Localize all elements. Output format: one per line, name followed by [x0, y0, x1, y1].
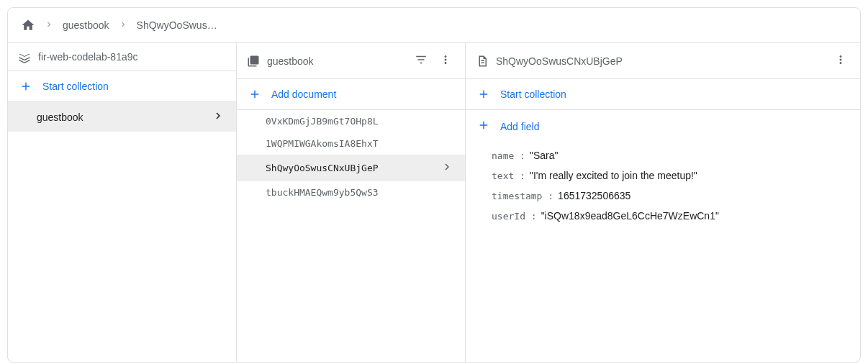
field-row[interactable]: userId iSQw18x9ead8GeL6CcHe7WzEwCn1 [492, 206, 849, 226]
add-field-button[interactable]: Add field [466, 110, 860, 142]
document-id: ShQwyOoSwusCNxUBjGeP [266, 163, 440, 173]
chevron-right-icon [44, 19, 54, 32]
database-icon [18, 50, 31, 63]
chevron-right-icon [440, 160, 453, 176]
breadcrumb-item[interactable]: ShQwyOoSwus… [137, 19, 217, 31]
chevron-right-icon [212, 109, 225, 124]
root-panel-header: fir-web-codelab-81a9c [8, 43, 236, 71]
field-key: timestamp [492, 191, 553, 201]
collection-icon [247, 55, 260, 68]
document-panel-header: ShQwyOoSwusCNxUBjGeP [466, 43, 860, 79]
project-id: fir-web-codelab-81a9c [38, 51, 226, 63]
start-collection-button[interactable]: Start collection [8, 71, 236, 102]
document-item[interactable]: ShQwyOoSwusCNxUBjGeP [237, 155, 465, 181]
breadcrumb-item[interactable]: guestbook [63, 19, 109, 31]
document-panel: ShQwyOoSwusCNxUBjGeP Start collection Ad… [466, 43, 860, 362]
document-item[interactable]: 0VxKDmGjJB9mGt7OHp8L [237, 110, 465, 132]
plus-icon [248, 88, 261, 101]
field-value: Sara [530, 150, 559, 161]
start-collection-label: Start collection [500, 88, 566, 100]
field-row[interactable]: timestamp 1651732506635 [492, 186, 849, 206]
collection-name: guestbook [267, 55, 404, 67]
document-id: 1WQPMIWGAkomsIA8EhxT [266, 138, 453, 149]
chevron-right-icon [118, 19, 128, 32]
field-value: 1651732506635 [558, 190, 630, 201]
documents-list: 0VxKDmGjJB9mGt7OHp8L1WQPMIWGAkomsIA8EhxT… [237, 110, 465, 362]
root-panel: fir-web-codelab-81a9c Start collection g… [8, 43, 237, 362]
home-icon[interactable] [21, 18, 35, 32]
start-collection-label: Start collection [42, 81, 109, 92]
field-row[interactable]: name Sara [492, 145, 849, 165]
add-field-label: Add field [500, 121, 539, 132]
add-document-button[interactable]: Add document [237, 79, 465, 110]
document-item[interactable]: tbuckHMAEQwm9yb5QwS3 [237, 181, 465, 204]
document-icon [476, 55, 489, 68]
collection-panel: guestbook Add document 0VxKDmGjJB9mGt7OH… [237, 43, 466, 362]
document-item[interactable]: 1WQPMIWGAkomsIA8EhxT [237, 132, 465, 155]
field-key: name [492, 150, 525, 161]
collection-panel-header: guestbook [237, 43, 465, 79]
document-id: ShQwyOoSwusCNxUBjGeP [496, 55, 824, 67]
plus-icon [477, 119, 490, 134]
filter-icon[interactable] [412, 50, 430, 71]
plus-icon [477, 88, 490, 101]
document-id: 0VxKDmGjJB9mGt7OHp8L [266, 116, 453, 127]
plus-icon [19, 80, 32, 93]
collection-name: guestbook [37, 112, 212, 123]
breadcrumb: guestbook ShQwyOoSwus… [8, 8, 860, 43]
more-vert-icon[interactable] [436, 50, 455, 71]
document-id: tbuckHMAEQwm9yb5QwS3 [266, 187, 453, 198]
field-key: text [492, 170, 525, 181]
field-value: iSQw18x9ead8GeL6CcHe7WzEwCn1 [541, 210, 719, 222]
more-vert-icon[interactable] [831, 50, 850, 71]
start-collection-button[interactable]: Start collection [466, 79, 860, 110]
field-value: I'm really excited to join the meetup! [530, 170, 697, 181]
field-key: userId [492, 211, 537, 222]
fields-list: name Saratext I'm really excited to join… [466, 142, 860, 237]
add-document-label: Add document [271, 88, 336, 100]
collection-item[interactable]: guestbook [8, 102, 236, 132]
collections-list: guestbook [8, 102, 236, 362]
field-row[interactable]: text I'm really excited to join the meet… [492, 165, 849, 186]
